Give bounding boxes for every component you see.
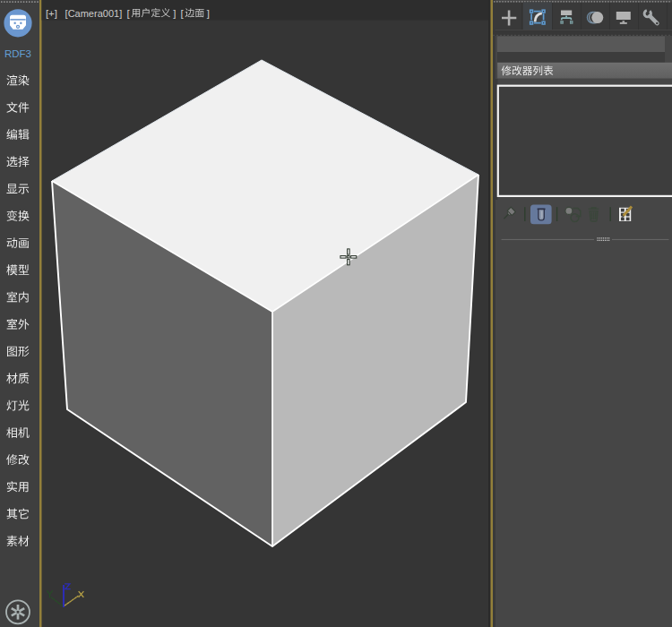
svg-text:[+]: [+] [46, 8, 57, 19]
svg-text:]: ] [173, 8, 176, 19]
svg-text:[Camera001]: [Camera001] [65, 8, 123, 19]
svg-text:]: ] [207, 8, 210, 19]
svg-text:RDF3: RDF3 [4, 48, 31, 59]
